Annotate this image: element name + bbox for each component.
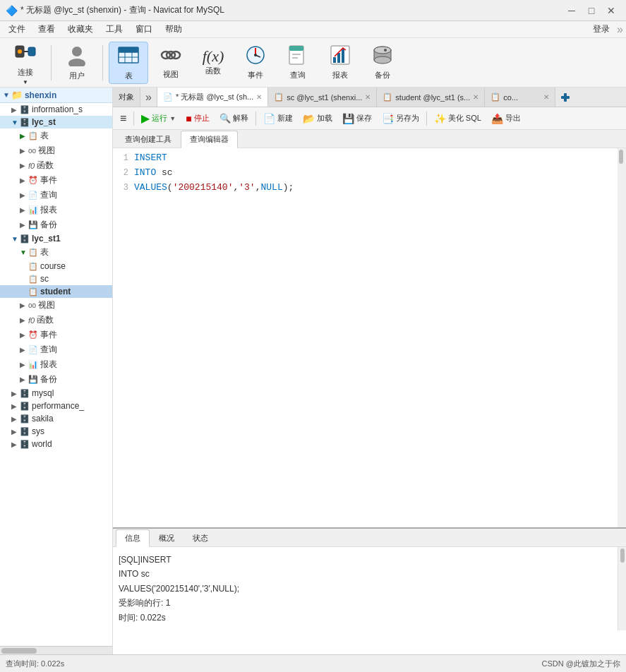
sidebar-item-lyc-st-table[interactable]: ▶ 📋 表 — [0, 128, 112, 143]
performance-label: performance_ — [32, 401, 84, 411]
toolbar-function[interactable]: f(x) 函数 — [193, 42, 233, 84]
sidebar-db-sys[interactable]: ▶ 🗄️ sys — [0, 425, 112, 438]
lyc-st-backup-label: 备份 — [40, 219, 57, 231]
tab-untitled-label: * 无标题 @lyc_st (sh... — [176, 92, 253, 102]
hamburger-menu-btn[interactable]: ≡ — [116, 109, 131, 128]
run-dropdown-arrow[interactable]: ▼ — [169, 115, 176, 122]
result-time: 时间: 0.022s — [119, 611, 612, 625]
tab-close-untitled[interactable]: ✕ — [256, 93, 262, 101]
menu-file[interactable]: 文件 — [3, 22, 31, 37]
stop-button[interactable]: ■ 停止 — [181, 109, 213, 128]
toolbar-user[interactable]: 用户 — [57, 42, 97, 84]
sidebar-db-lyc_st[interactable]: ▼ 🗄️ lyc_st — [0, 116, 112, 128]
toolbar-view[interactable]: 视图 — [151, 42, 191, 84]
tab-student[interactable]: 📋 student @lyc_st1 (s... ✕ — [377, 88, 485, 107]
maximize-button[interactable]: □ — [582, 4, 601, 18]
result-tab-overview[interactable]: 概况 — [150, 529, 183, 546]
stop-icon: ■ — [186, 113, 191, 124]
run-label: 运行 — [152, 113, 167, 124]
sidebar-item-lyc-st-query[interactable]: ▶ 📄 查询 — [0, 188, 112, 203]
sidebar-item-lyc-st1-view[interactable]: ▶ oo 视图 — [0, 298, 112, 313]
sidebar-item-lyc-st1-table[interactable]: ▼ 📋 表 — [0, 245, 112, 260]
sidebar-item-lyc-st-backup[interactable]: ▶ 💾 备份 — [0, 217, 112, 232]
sidebar-db-information[interactable]: ▶ 🗄️ information_s — [0, 103, 112, 116]
sub-tab-query-editor[interactable]: 查询编辑器 — [181, 131, 238, 148]
sub-tab-query-builder[interactable]: 查询创建工具 — [116, 131, 181, 148]
sidebar-item-lyc-st-view[interactable]: ▶ oo 视图 — [0, 143, 112, 158]
close-button[interactable]: ✕ — [602, 4, 620, 18]
sidebar-item-lyc-st1-func[interactable]: ▶ f0 函数 — [0, 313, 112, 328]
menu-window[interactable]: 窗口 — [130, 22, 158, 37]
toolbar-connect[interactable]: 连接 ▼ — [6, 42, 45, 84]
connect-dropdown-arrow[interactable]: ▼ — [23, 79, 28, 85]
menu-view[interactable]: 查看 — [32, 22, 61, 37]
run-button[interactable]: ▶ 运行 ▼ — [137, 109, 180, 128]
sidebar-db-performance[interactable]: ▶ 🗄️ performance_ — [0, 400, 112, 412]
toolbar-event[interactable]: 事件 — [236, 42, 275, 84]
sidebar-db-world[interactable]: ▶ 🗄️ world — [0, 438, 112, 450]
arrow-lyc_st: ▼ — [11, 119, 20, 126]
student-table-icon: 📋 — [28, 287, 38, 296]
menu-help[interactable]: 帮助 — [159, 22, 188, 37]
sidebar-table-sc[interactable]: 📋 sc — [0, 272, 112, 285]
tab-query-icon: 📄 — [163, 92, 173, 102]
explain-button[interactable]: 🔍 解释 — [215, 109, 253, 128]
beautify-button[interactable]: ✨ 美化 SQL — [430, 109, 486, 128]
tab-sc[interactable]: 📋 sc @lyc_st1 (shenxi... ✕ — [268, 88, 377, 107]
tab-co[interactable]: 📋 co... ✕ — [485, 88, 555, 107]
sidebar-root-shenxin[interactable]: ▼ 📁 shenxin — [0, 88, 112, 103]
save-as-icon: 📑 — [382, 113, 394, 124]
result-tabs: 信息 概况 状态 — [113, 529, 626, 547]
status-bar: 查询时间: 0.022s CSDN @此镀加之于你 — [0, 654, 626, 672]
sidebar-item-lyc-st1-query[interactable]: ▶ 📄 查询 — [0, 342, 112, 357]
new-query-button[interactable]: 📄 新建 — [259, 109, 297, 128]
keyword-insert: INSERT — [134, 152, 167, 163]
sidebar-db-sakila[interactable]: ▶ 🗄️ sakila — [0, 412, 112, 425]
svg-rect-20 — [289, 46, 303, 51]
sidebar-db-mysql[interactable]: ▶ 🗄️ mysql — [0, 387, 112, 400]
result-tab-status[interactable]: 状态 — [183, 529, 217, 546]
sidebar-item-lyc-st1-report[interactable]: ▶ 📊 报表 — [0, 357, 112, 372]
sidebar-horizontal-scrollbar[interactable] — [0, 646, 112, 654]
result-scroll-thumb[interactable] — [620, 548, 625, 563]
sidebar-item-lyc-st-event[interactable]: ▶ ⏰ 事件 — [0, 173, 112, 188]
new-tab-btn[interactable] — [555, 88, 575, 107]
toolbar-backup[interactable]: 备份 — [363, 42, 402, 84]
lyc-st-report-icon: 📊 — [28, 205, 38, 215]
login-label[interactable]: 登录 — [593, 23, 615, 35]
minimize-button[interactable]: ─ — [562, 4, 581, 18]
sidebar-item-lyc-st-report[interactable]: ▶ 📊 报表 — [0, 203, 112, 217]
load-button[interactable]: 📂 加载 — [299, 109, 337, 128]
sys-icon: 🗄️ — [20, 427, 30, 436]
sidebar-item-lyc-st1-backup[interactable]: ▶ 💾 备份 — [0, 372, 112, 387]
tab-close-student[interactable]: ✕ — [473, 93, 478, 101]
result-tab-info[interactable]: 信息 — [116, 529, 150, 547]
toolbar-report[interactable]: 报表 — [320, 42, 360, 84]
scroll-thumb-horizontal[interactable] — [1, 648, 37, 654]
event-label: 事件 — [248, 70, 263, 80]
editor-scroll-thumb[interactable] — [619, 150, 623, 164]
save-as-button[interactable]: 📑 另存为 — [378, 109, 423, 128]
sidebar-table-student[interactable]: 📋 student — [0, 285, 112, 298]
object-panel-btn[interactable]: 对象 — [113, 88, 140, 107]
svg-rect-33 — [564, 93, 567, 102]
tab-close-sc[interactable]: ✕ — [365, 93, 371, 101]
sidebar-db-lyc_st1[interactable]: ▼ 🗄️ lyc_st1 — [0, 232, 112, 245]
tab-untitled[interactable]: 📄 * 无标题 @lyc_st (sh... ✕ — [157, 88, 268, 107]
toolbar-table[interactable]: 表 — [109, 42, 148, 84]
expand-icon[interactable]: » — [617, 23, 623, 36]
export-button[interactable]: 📤 导出 — [487, 109, 525, 128]
menu-tools[interactable]: 工具 — [100, 22, 128, 37]
toolbar-query[interactable]: 查询 — [278, 42, 318, 84]
result-scrollbar[interactable] — [618, 547, 626, 630]
save-button[interactable]: 💾 保存 — [338, 109, 376, 128]
panel-toggle-btn[interactable]: » — [140, 88, 157, 107]
sidebar-table-course[interactable]: 📋 course — [0, 260, 112, 272]
sidebar-item-lyc-st1-event[interactable]: ▶ ⏰ 事件 — [0, 328, 112, 342]
tab-close-co[interactable]: ✕ — [543, 93, 549, 101]
sql-editor[interactable]: 1 INSERT 2 INTO sc 3 — [113, 148, 618, 527]
tree-arrow-shenxin: ▼ — [3, 91, 10, 99]
menu-favorites[interactable]: 收藏夹 — [62, 22, 99, 37]
sidebar-item-lyc-st-func[interactable]: ▶ f0 函数 — [0, 158, 112, 173]
editor-vertical-scrollbar[interactable] — [618, 148, 626, 527]
